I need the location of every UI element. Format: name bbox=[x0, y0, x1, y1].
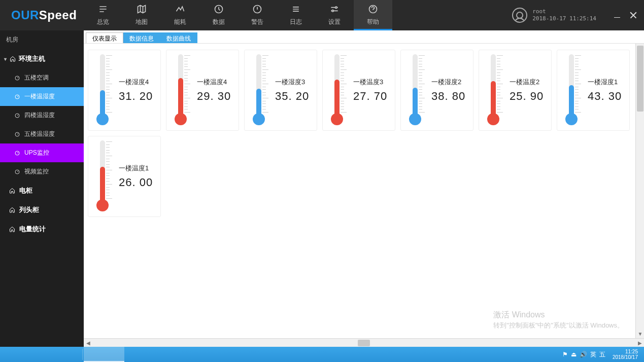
thermo-fill bbox=[100, 90, 105, 114]
sidebar-group-env[interactable]: ▾ 环境主机 bbox=[0, 49, 84, 68]
tray-icons: ⚑⏏🔊英五 bbox=[562, 350, 605, 359]
gauge-card-2[interactable]: 一楼湿度3 35. 20 bbox=[244, 50, 317, 131]
thermometer bbox=[402, 54, 429, 128]
thermo-bulb bbox=[409, 113, 421, 125]
tray-icon-3[interactable]: 英 bbox=[590, 350, 596, 359]
sidebar-item-label: 视频监控 bbox=[24, 167, 49, 176]
tray-icon-2[interactable]: 🔊 bbox=[580, 351, 587, 358]
taskbar-app-terminal[interactable]: >_ bbox=[41, 347, 61, 362]
gauge-card-7[interactable]: 一楼温度1 26. 00 bbox=[88, 136, 161, 217]
windows-taskbar: >_X ⚑⏏🔊英五 11:25 2018/10/17 bbox=[0, 347, 644, 362]
gauge-value: 29. 30 bbox=[197, 90, 235, 103]
sidebar-item-4[interactable]: UPS监控 bbox=[0, 143, 84, 162]
svg-point-3 bbox=[332, 10, 333, 12]
thermo-bulb bbox=[96, 113, 109, 125]
windows-activation-watermark: 激活 Windows 转到"控制面板"中的"系统"以激活 Windows。 bbox=[493, 309, 624, 330]
scroll-down-icon[interactable]: ▼ bbox=[636, 330, 644, 338]
taskbar-app-files[interactable] bbox=[61, 347, 81, 362]
user-datetime: 2018-10-17 11:25:14 bbox=[532, 15, 596, 22]
gauge-text: 一楼湿度2 38. 80 bbox=[429, 54, 470, 128]
sidebar-section-label: 电柜 bbox=[19, 186, 32, 195]
vertical-scrollbar[interactable]: ▲ ▼ bbox=[635, 44, 644, 338]
thermo-bulb bbox=[331, 113, 343, 125]
thermo-ticks bbox=[184, 55, 191, 113]
gauge-icon bbox=[14, 169, 20, 175]
taskbar-app-start[interactable] bbox=[0, 347, 20, 362]
gauge-card-6[interactable]: 一楼湿度1 43. 30 bbox=[557, 50, 630, 131]
nav-label: 总览 bbox=[97, 18, 109, 26]
vscroll-thumb[interactable] bbox=[637, 46, 643, 112]
sidebar-item-3[interactable]: 五楼温湿度 bbox=[0, 125, 84, 143]
gauge-card-5[interactable]: 一楼温度2 25. 90 bbox=[479, 50, 552, 131]
thermo-bulb bbox=[565, 113, 578, 125]
gauge-title: 一楼湿度1 bbox=[588, 78, 626, 87]
gauge-text: 一楼温度2 25. 90 bbox=[507, 54, 548, 128]
sidebar-item-2[interactable]: 四楼温湿度 bbox=[0, 106, 84, 125]
horizontal-scrollbar[interactable]: ◀ ▶ bbox=[84, 338, 644, 347]
log-icon bbox=[291, 4, 301, 16]
thermo-ticks bbox=[106, 55, 113, 113]
taskbar-divider bbox=[82, 349, 83, 360]
nav-log[interactable]: 日志 bbox=[277, 0, 315, 30]
scroll-left-icon[interactable]: ◀ bbox=[84, 339, 92, 347]
gauge-title: 一楼湿度2 bbox=[431, 78, 470, 87]
sidebar-item-0[interactable]: 五楼空调 bbox=[0, 68, 84, 87]
tab-1[interactable]: 数据信息 bbox=[123, 32, 160, 43]
taskbar-app-xampp[interactable]: X bbox=[84, 347, 104, 362]
top-nav: 总览地图能耗数据警告日志设置帮助 bbox=[84, 0, 392, 30]
caret-down-icon: ▾ bbox=[4, 56, 7, 62]
user-text: root 2018-10-17 11:25:14 bbox=[532, 8, 596, 23]
watermark-line2: 转到"控制面板"中的"系统"以激活 Windows。 bbox=[493, 321, 624, 330]
gauge-text: 一楼温度3 27. 70 bbox=[351, 54, 392, 128]
thermometer bbox=[324, 54, 351, 128]
taskbar-app-explorer[interactable] bbox=[20, 347, 41, 362]
house-icon bbox=[9, 226, 15, 232]
tabs: 仪表显示数据信息数据曲线 bbox=[84, 30, 644, 44]
hscroll-thumb[interactable] bbox=[358, 340, 370, 346]
gauge-card-0[interactable]: 一楼湿度4 31. 20 bbox=[88, 50, 161, 131]
user-name: root bbox=[532, 8, 596, 15]
sidebar-item-1[interactable]: 一楼温湿度 bbox=[0, 87, 84, 106]
tab-0[interactable]: 仪表显示 bbox=[86, 32, 123, 43]
thermometer bbox=[89, 140, 117, 214]
nav-help[interactable]: 帮助 bbox=[354, 0, 392, 30]
nav-data[interactable]: 数据 bbox=[199, 0, 238, 30]
app-window: OURSpeed 总览地图能耗数据警告日志设置帮助 root 2018-10-1… bbox=[0, 0, 644, 347]
nav-map[interactable]: 地图 bbox=[122, 0, 161, 30]
thermo-ticks bbox=[575, 55, 582, 113]
sidebar-section-1[interactable]: 列头柜 bbox=[0, 200, 84, 220]
tab-2[interactable]: 数据曲线 bbox=[160, 32, 197, 43]
app-header: OURSpeed 总览地图能耗数据警告日志设置帮助 root 2018-10-1… bbox=[0, 0, 644, 30]
tray-clock[interactable]: 11:25 2018/10/17 bbox=[609, 349, 641, 360]
sidebar-section-2[interactable]: 电量统计 bbox=[0, 220, 84, 239]
sidebar-section-label: 列头柜 bbox=[19, 205, 39, 214]
minimize-button[interactable] bbox=[614, 12, 621, 19]
sidebar-item-label: 一楼温湿度 bbox=[24, 92, 55, 101]
nav-settings[interactable]: 设置 bbox=[315, 0, 354, 30]
gauge-card-3[interactable]: 一楼温度3 27. 70 bbox=[322, 50, 395, 131]
tray-icon-1[interactable]: ⏏ bbox=[571, 351, 577, 358]
gauge-card-1[interactable]: 一楼温度4 29. 30 bbox=[166, 50, 239, 131]
nav-label: 地图 bbox=[135, 18, 148, 26]
tray-icon-0[interactable]: ⚑ bbox=[562, 351, 568, 358]
gauge-value: 26. 00 bbox=[119, 176, 157, 189]
avatar-icon bbox=[512, 8, 527, 23]
sidebar-item-label: 四楼温湿度 bbox=[24, 111, 55, 120]
sidebar-item-label: 五楼空调 bbox=[24, 74, 49, 82]
user-block[interactable]: root 2018-10-17 11:25:14 bbox=[512, 0, 606, 30]
nav-energy[interactable]: 能耗 bbox=[161, 0, 199, 30]
house-icon bbox=[9, 207, 15, 213]
sidebar-group-label: 环境主机 bbox=[19, 54, 45, 63]
taskbar-app-browser[interactable] bbox=[104, 347, 124, 362]
gauge-icon bbox=[14, 94, 20, 100]
scroll-right-icon[interactable]: ▶ bbox=[635, 339, 644, 347]
nav-overview[interactable]: 总览 bbox=[84, 0, 122, 30]
sidebar-section-0[interactable]: 电柜 bbox=[0, 181, 84, 200]
sidebar-sections: 电柜列头柜电量统计 bbox=[0, 181, 84, 239]
nav-alert[interactable]: 警告 bbox=[238, 0, 277, 30]
tray-icon-4[interactable]: 五 bbox=[599, 350, 605, 359]
sidebar-item-5[interactable]: 视频监控 bbox=[0, 162, 84, 181]
close-button[interactable] bbox=[630, 12, 637, 19]
gauge-card-4[interactable]: 一楼湿度2 38. 80 bbox=[400, 50, 473, 131]
thermo-fill bbox=[491, 81, 496, 114]
